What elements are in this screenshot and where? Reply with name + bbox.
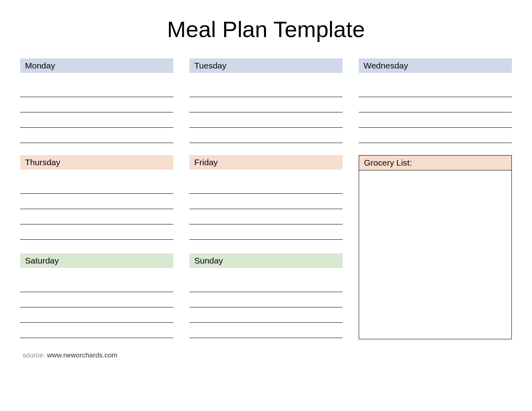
entry-line[interactable] (20, 277, 173, 292)
day-block-wednesday: Wednesday (359, 58, 512, 143)
entry-line[interactable] (20, 128, 173, 143)
meal-plan-grid: Monday Tuesday Wednesday Thursday (20, 58, 512, 339)
entry-line[interactable] (189, 112, 343, 128)
entry-line[interactable] (20, 307, 173, 323)
footer-url: www.neworchards.com (47, 351, 117, 359)
day-lines-saturday[interactable] (20, 277, 173, 338)
entry-line[interactable] (359, 112, 512, 128)
page-title: Meal Plan Template (20, 16, 512, 42)
grocery-header: Grocery List: (359, 155, 512, 170)
day-header-thursday: Thursday (20, 155, 173, 170)
entry-line[interactable] (189, 82, 343, 97)
entry-line[interactable] (189, 307, 343, 323)
entry-line[interactable] (359, 97, 512, 112)
day-block-monday: Monday (20, 58, 173, 143)
entry-line[interactable] (20, 194, 173, 209)
entry-line[interactable] (20, 209, 173, 224)
day-header-friday: Friday (189, 155, 343, 170)
entry-line[interactable] (189, 128, 343, 143)
entry-line[interactable] (189, 292, 343, 307)
entry-line[interactable] (20, 82, 173, 97)
entry-line[interactable] (189, 209, 343, 224)
day-lines-thursday[interactable] (20, 179, 173, 240)
entry-line[interactable] (189, 194, 343, 209)
day-lines-monday[interactable] (20, 82, 173, 143)
entry-line[interactable] (359, 128, 512, 143)
day-header-sunday: Sunday (189, 253, 343, 268)
day-block-friday: Friday (189, 155, 343, 241)
entry-line[interactable] (189, 277, 343, 292)
entry-line[interactable] (189, 224, 343, 240)
day-block-saturday: Saturday (20, 253, 173, 340)
day-lines-friday[interactable] (189, 179, 343, 240)
entry-line[interactable] (359, 82, 512, 97)
day-header-wednesday: Wednesday (359, 58, 512, 73)
footer: source: www.neworchards.com (20, 351, 512, 359)
entry-line[interactable] (20, 179, 173, 194)
grocery-block: Grocery List: (359, 155, 512, 339)
entry-line[interactable] (189, 97, 343, 112)
day-header-monday: Monday (20, 58, 173, 73)
day-header-saturday: Saturday (20, 253, 173, 268)
entry-line[interactable] (189, 323, 343, 338)
entry-line[interactable] (20, 292, 173, 307)
entry-line[interactable] (20, 97, 173, 112)
entry-line[interactable] (189, 179, 343, 194)
entry-line[interactable] (20, 323, 173, 338)
entry-line[interactable] (20, 224, 173, 240)
day-lines-tuesday[interactable] (189, 82, 343, 143)
day-block-thursday: Thursday (20, 155, 173, 241)
day-block-sunday: Sunday (189, 253, 343, 340)
grocery-box[interactable] (359, 170, 512, 339)
day-lines-wednesday[interactable] (359, 82, 512, 143)
day-block-tuesday: Tuesday (189, 58, 343, 143)
day-lines-sunday[interactable] (189, 277, 343, 338)
day-header-tuesday: Tuesday (189, 58, 343, 73)
entry-line[interactable] (20, 112, 173, 128)
footer-source-label: source: (23, 351, 47, 359)
